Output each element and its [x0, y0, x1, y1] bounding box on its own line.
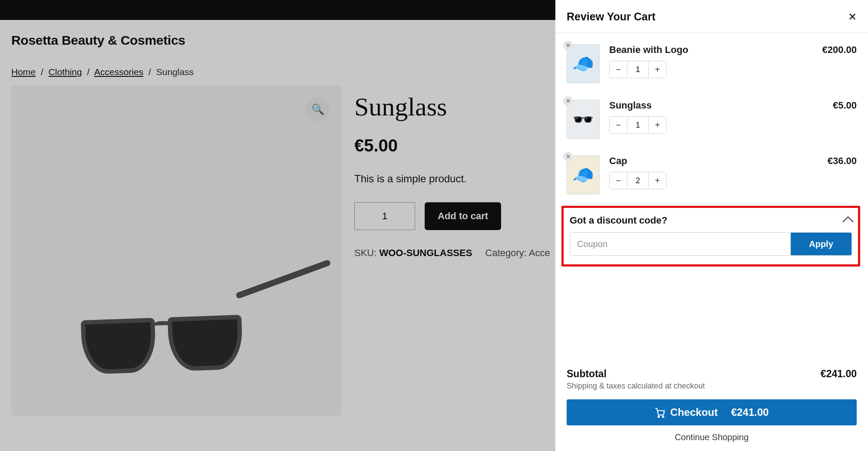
discount-section: Got a discount code? Apply	[561, 206, 860, 267]
remove-item-button[interactable]: ✕	[563, 41, 573, 50]
checkout-button[interactable]: Checkout €241.00	[567, 399, 857, 425]
qty-increase-button[interactable]: +	[649, 61, 666, 78]
qty-increase-button[interactable]: +	[649, 117, 666, 133]
sku-label: SKU:	[354, 247, 376, 258]
apply-coupon-button[interactable]: Apply	[791, 233, 851, 255]
svg-point-0	[658, 416, 659, 417]
cart-item: ✕ 🕶️ Sunglass − 1 + €5.00	[567, 95, 857, 150]
qty-value: 1	[627, 61, 649, 78]
cart-item: ✕ 🧢 Cap − 2 + €36.00	[567, 150, 857, 206]
product-image: 🔍	[11, 86, 341, 416]
subtotal-label: Subtotal	[567, 368, 607, 380]
qty-decrease-button[interactable]: −	[610, 172, 627, 189]
cart-item: ✕ 🧢 Beanie with Logo − 1 + €200.00	[567, 39, 857, 95]
breadcrumb-home[interactable]: Home	[11, 67, 36, 77]
coupon-input[interactable]	[570, 233, 791, 255]
cart-item-name[interactable]: Cap	[609, 155, 818, 167]
qty-value: 1	[627, 117, 649, 133]
remove-item-button[interactable]: ✕	[563, 152, 573, 161]
site-brand[interactable]: Rosetta Beauty & Cosmetics	[11, 33, 185, 48]
chevron-up-icon	[842, 216, 853, 227]
cart-item-thumb[interactable]: 🧢	[567, 155, 600, 194]
close-icon[interactable]: ✕	[848, 12, 857, 22]
qty-value: 2	[627, 172, 649, 189]
remove-item-button[interactable]: ✕	[563, 96, 573, 106]
add-to-cart-button[interactable]: Add to cart	[425, 202, 501, 230]
cart-item-name[interactable]: Sunglass	[609, 100, 823, 111]
cart-title: Review Your Cart	[567, 10, 656, 23]
quantity-stepper: − 1 +	[609, 61, 667, 78]
sku-value: WOO-SUNGLASSES	[379, 247, 472, 258]
cart-item-price: €36.00	[828, 155, 857, 167]
cart-item-name[interactable]: Beanie with Logo	[609, 44, 812, 56]
breadcrumb-accessories[interactable]: Accessories	[94, 67, 143, 77]
qty-decrease-button[interactable]: −	[610, 117, 627, 133]
zoom-icon[interactable]: 🔍	[306, 97, 330, 122]
qty-decrease-button[interactable]: −	[610, 61, 627, 78]
discount-toggle[interactable]: Got a discount code?	[570, 215, 852, 226]
checkout-total: €241.00	[731, 406, 769, 418]
svg-point-1	[662, 416, 663, 417]
cart-drawer: Review Your Cart ✕ ✕ 🧢 Beanie with Logo …	[555, 0, 868, 451]
quantity-stepper: − 1 +	[609, 116, 667, 134]
cart-item-price: €200.00	[822, 44, 857, 56]
discount-title: Got a discount code?	[570, 215, 667, 226]
continue-shopping-link[interactable]: Continue Shopping	[567, 432, 857, 442]
breadcrumb-clothing[interactable]: Clothing	[49, 67, 82, 77]
breadcrumb-current: Sunglass	[156, 67, 194, 77]
quantity-stepper: − 2 +	[609, 172, 667, 189]
shipping-note: Shipping & taxes calculated at checkout	[567, 382, 857, 391]
cart-item-thumb[interactable]: 🕶️	[567, 100, 600, 139]
quantity-input[interactable]	[354, 202, 415, 230]
cart-item-thumb[interactable]: 🧢	[567, 44, 600, 83]
subtotal-value: €241.00	[821, 368, 857, 380]
checkout-label: Checkout	[670, 406, 718, 418]
cart-item-price: €5.00	[833, 100, 857, 111]
category-value[interactable]: Acce	[529, 247, 550, 258]
cart-icon	[655, 408, 665, 417]
category-label: Category:	[485, 247, 527, 258]
qty-increase-button[interactable]: +	[649, 172, 666, 189]
